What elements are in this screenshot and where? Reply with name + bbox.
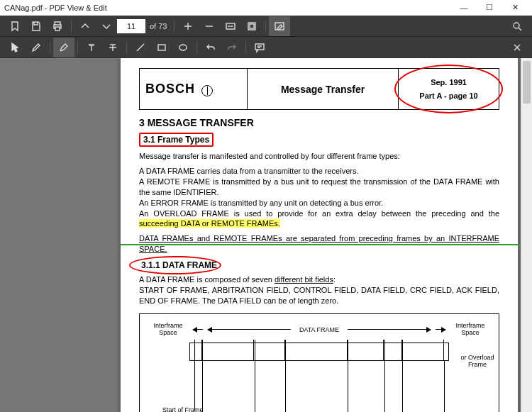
diagram-label-interframe-l: Interframe Space (147, 323, 189, 337)
window-maximize-button[interactable]: ☐ (477, 0, 502, 16)
pen-icon[interactable] (26, 38, 47, 57)
fit-width-icon[interactable] (220, 16, 241, 36)
main-toolbar: of 73 (0, 16, 532, 37)
para-compose: A DATA FRAME is composed of seven differ… (139, 274, 499, 306)
para-intro: Message transfer is manifested and contr… (139, 151, 499, 162)
frame-diagram: Interframe Space DATA FRAME Interframe S… (139, 313, 499, 413)
cursor-icon[interactable] (4, 38, 26, 57)
window-titlebar: CANag.pdf - PDF View & Edit — ☐ ✕ (0, 0, 532, 16)
ellipse-icon[interactable] (172, 38, 194, 57)
pdf-viewport[interactable]: BOSCH Message Transfer Sep. 1991 Part A … (0, 58, 532, 412)
para-frames: A DATA FRAME carries data from a transmi… (139, 166, 499, 229)
strikethrough-icon[interactable] (102, 38, 123, 57)
page-number-input[interactable] (117, 19, 145, 33)
svg-point-4 (514, 23, 519, 28)
heading-2: 3.1 Frame Types (139, 133, 214, 147)
undo-icon[interactable] (200, 38, 221, 57)
print-icon[interactable] (47, 16, 68, 36)
redo-icon[interactable] (221, 38, 243, 57)
window-title: CANag.pdf - PDF View & Edit (4, 4, 107, 12)
annotation-highlight: succeeding DATA or REMOTE FRAMEs. (139, 219, 280, 228)
line-icon[interactable] (130, 38, 151, 57)
pdf-page: BOSCH Message Transfer Sep. 1991 Part A … (121, 58, 518, 412)
svg-point-6 (179, 45, 187, 50)
brand-cell: BOSCH (140, 69, 248, 110)
rectangle-icon[interactable] (151, 38, 172, 57)
window-close-button[interactable]: ✕ (502, 0, 528, 16)
doc-date-cell: Sep. 1991 Part A - page 10 (399, 69, 499, 110)
close-toolbar-icon[interactable] (506, 38, 528, 57)
page-up-icon[interactable] (74, 16, 96, 36)
edit-mode-icon[interactable] (269, 16, 290, 36)
window-minimize-button[interactable]: — (451, 0, 477, 16)
page-total-label: of 73 (150, 22, 167, 30)
diagram-label-overload: or Overload Frame (458, 354, 497, 369)
zoom-in-icon[interactable] (177, 16, 199, 36)
scrollbar-thumb[interactable] (523, 61, 531, 104)
doc-header-table: BOSCH Message Transfer Sep. 1991 Part A … (139, 68, 499, 110)
brand-logo-icon (201, 85, 213, 96)
brand-name: BOSCH (145, 82, 195, 96)
save-icon[interactable] (26, 16, 47, 36)
highlighter-icon[interactable] (53, 38, 74, 57)
search-icon[interactable] (506, 16, 528, 36)
svg-rect-7 (255, 44, 264, 50)
zoom-out-icon[interactable] (199, 16, 220, 36)
svg-rect-5 (158, 45, 165, 50)
diagram-label-dataframe: DATA FRAME (291, 326, 348, 333)
diagram-label-interframe-r: Interframe Space (449, 323, 492, 337)
para-separation: DATA FRAMEs and REMOTE FRAMEs are separa… (139, 233, 499, 255)
diagram-label-sof: Start of Frame (162, 406, 204, 413)
comment-icon[interactable] (249, 38, 270, 57)
heading-1: 3 MESSAGE TRANSFER (139, 117, 499, 128)
annotation-toolbar (0, 37, 532, 58)
annotation-oval-date (394, 65, 503, 113)
page-down-icon[interactable] (96, 16, 117, 36)
fit-page-icon[interactable] (241, 16, 262, 36)
doc-title: Message Transfer (248, 69, 399, 110)
text-icon[interactable] (81, 38, 102, 57)
annotation-oval-h3 (129, 256, 221, 274)
svg-rect-2 (250, 24, 254, 28)
bookmark-icon[interactable] (4, 16, 26, 36)
vertical-scrollbar[interactable] (521, 58, 532, 412)
